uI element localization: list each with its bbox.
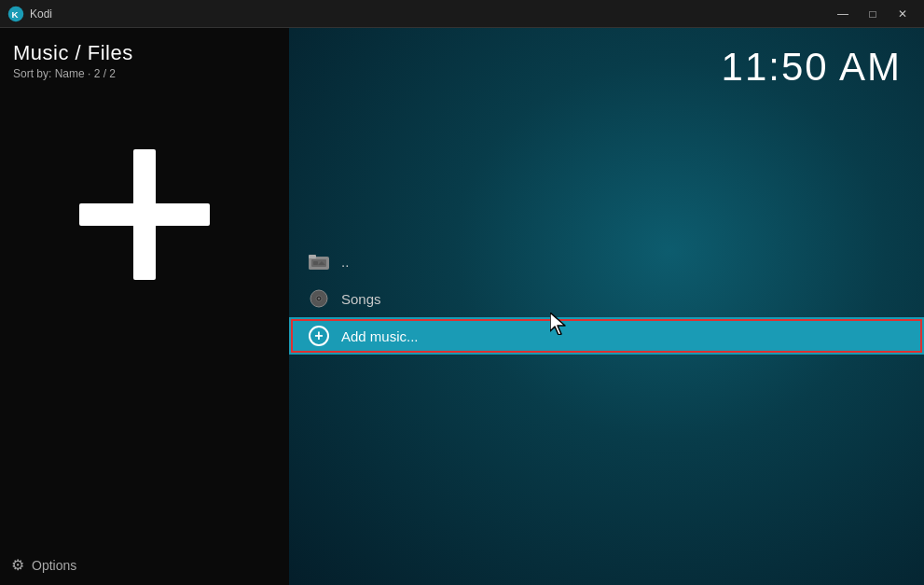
list-item[interactable]: Songs: [289, 280, 924, 317]
maximize-button[interactable]: □: [859, 5, 887, 23]
item-label: ..: [341, 254, 349, 270]
sidebar: Music / Files Sort by: Name · 2 / 2 ⚙ Op…: [0, 28, 289, 585]
folder-icon: [308, 250, 330, 272]
item-label: Add music...: [341, 328, 419, 344]
minimize-button[interactable]: —: [829, 5, 857, 23]
plus-circle-icon: +: [309, 326, 329, 346]
titlebar-app-name: Kodi: [30, 7, 52, 21]
svg-point-10: [318, 298, 320, 299]
add-music-item[interactable]: + Add music...: [289, 317, 924, 355]
file-list: .. Songs + Add music: [289, 243, 924, 355]
options-button[interactable]: ⚙ Options: [11, 556, 76, 574]
gear-icon: ⚙: [11, 556, 24, 574]
app-container: Music / Files Sort by: Name · 2 / 2 ⚙ Op…: [0, 28, 924, 585]
svg-rect-4: [309, 255, 316, 258]
item-label: Songs: [341, 291, 381, 307]
add-source-icon: [0, 140, 289, 289]
options-label: Options: [32, 558, 76, 573]
titlebar: K Kodi — □ ✕: [0, 0, 924, 28]
add-icon: +: [308, 325, 330, 347]
plus-symbol-icon: [70, 140, 219, 289]
sidebar-header: Music / Files Sort by: Name · 2 / 2: [0, 28, 289, 84]
page-title: Music / Files: [13, 41, 276, 65]
titlebar-controls: — □ ✕: [829, 5, 917, 23]
sort-info: Sort by: Name · 2 / 2: [13, 67, 276, 80]
svg-rect-6: [313, 261, 318, 265]
list-item[interactable]: ..: [289, 243, 924, 280]
clock-display: 11:50 AM: [722, 45, 902, 90]
close-button[interactable]: ✕: [889, 5, 917, 23]
kodi-logo-icon: K: [7, 6, 24, 22]
content-area: 11:50 AM ..: [289, 28, 924, 585]
svg-text:K: K: [12, 8, 19, 19]
music-icon: [308, 287, 330, 310]
titlebar-left: K Kodi: [7, 6, 52, 22]
